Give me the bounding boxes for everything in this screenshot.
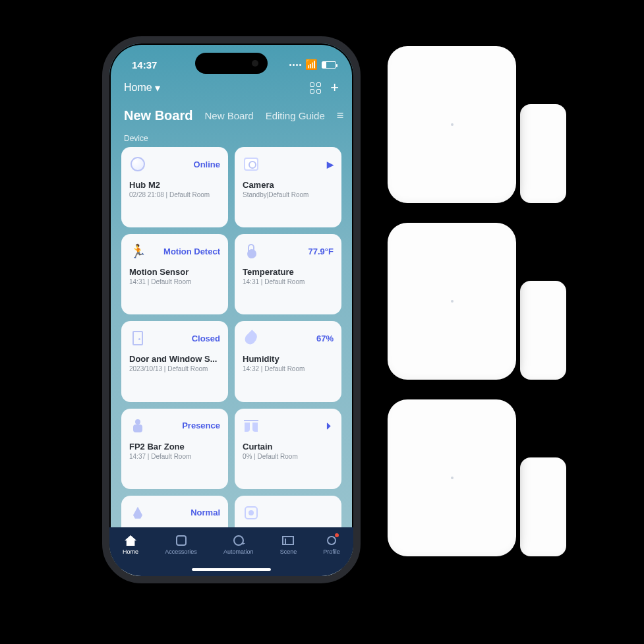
tab-editing-guide[interactable]: Editing Guide <box>266 110 325 121</box>
camera-icon <box>243 156 260 173</box>
card-curtain[interactable]: ⏵ Curtain 0% | Default Room <box>235 409 341 489</box>
card-title: Door and Window S... <box>129 354 220 364</box>
curtain-icon <box>243 417 260 434</box>
home-label: Home <box>124 82 152 94</box>
play-icon[interactable]: ▶ <box>327 160 334 169</box>
button-device-icon <box>243 504 260 521</box>
card-temperature[interactable]: 77.9°F Temperature 14:31 | Default Room <box>235 234 341 314</box>
chevron-down-icon: ▾ <box>155 82 160 94</box>
nav-label: Home <box>123 548 138 555</box>
battery-icon <box>322 61 336 69</box>
sensor-magnet <box>520 457 566 556</box>
top-row: Home ▾ + <box>119 74 344 99</box>
card-subtitle: 14:31 | Default Room <box>129 278 220 285</box>
home-indicator <box>192 568 271 571</box>
humidity-icon <box>243 330 260 347</box>
signal-icon <box>289 64 301 66</box>
card-subtitle: 14:31 | Default Room <box>243 278 334 285</box>
sensor-magnet <box>520 281 566 380</box>
home-icon <box>125 535 136 546</box>
add-button[interactable]: + <box>330 80 339 95</box>
grid-view-icon[interactable] <box>310 82 321 94</box>
section-label: Device <box>119 127 344 147</box>
tab-new-board[interactable]: New Board <box>204 110 253 121</box>
sensor-magnet <box>520 104 566 203</box>
card-fp2[interactable]: Presence FP2 Bar Zone 14:37 | Default Ro… <box>121 409 228 489</box>
card-subtitle: 0% | Default Room <box>243 453 334 460</box>
nav-label: Accessories <box>165 548 197 555</box>
card-title: Curtain <box>243 442 334 452</box>
water-leak-icon <box>129 504 146 521</box>
door-sensor-2 <box>388 223 566 380</box>
door-icon <box>129 330 146 347</box>
bottom-nav: Home Accessories Automation Scene Profil… <box>109 527 353 576</box>
motion-icon: 🏃 <box>129 243 146 260</box>
app-screen: 14:37 📶 Home ▾ + New Board New Board Edi… <box>109 44 353 576</box>
card-humidity[interactable]: 67% Humidity 14:32 | Default Room <box>235 321 341 401</box>
card-door-window[interactable]: Closed Door and Window S... 2023/10/13 |… <box>121 321 228 401</box>
card-status: Motion Detect <box>163 247 220 256</box>
door-sensor-1 <box>388 46 566 203</box>
hub-icon <box>129 156 146 173</box>
card-title: Humidity <box>243 354 334 364</box>
phone-notch <box>195 53 268 74</box>
card-motion-sensor[interactable]: 🏃 Motion Detect Motion Sensor 14:31 | De… <box>121 234 228 314</box>
device-grid[interactable]: Online Hub M2 02/28 21:08 | Default Room… <box>119 147 344 576</box>
nav-profile[interactable]: Profile <box>323 534 340 555</box>
home-selector[interactable]: Home ▾ <box>124 82 160 94</box>
sensor-body <box>388 399 516 556</box>
automation-icon <box>233 535 244 546</box>
card-status: Presence <box>182 421 220 430</box>
door-sensor-3 <box>388 399 566 556</box>
thermometer-icon <box>243 243 260 260</box>
card-camera[interactable]: ▶ Camera Standby|Default Room <box>235 147 341 227</box>
nav-label: Automation <box>223 548 254 555</box>
presence-icon <box>129 417 146 434</box>
card-status: Online <box>194 160 220 169</box>
card-title: Camera <box>243 180 334 190</box>
card-title: Motion Sensor <box>129 267 220 277</box>
nav-label: Profile <box>323 548 340 555</box>
nav-accessories[interactable]: Accessories <box>165 534 197 555</box>
accessories-icon <box>176 535 187 546</box>
nav-scene[interactable]: Scene <box>280 534 297 555</box>
card-status: 77.9°F <box>308 247 334 256</box>
card-subtitle: 14:32 | Default Room <box>243 365 334 372</box>
card-subtitle: 14:37 | Default Room <box>129 453 220 460</box>
profile-icon <box>327 536 336 545</box>
card-status: Closed <box>192 334 220 343</box>
phone-mockup: 14:37 📶 Home ▾ + New Board New Board Edi… <box>102 36 361 583</box>
card-title: Temperature <box>243 267 334 277</box>
boards-tabs: New Board New Board Editing Guide ≡ <box>119 99 344 127</box>
card-title: FP2 Bar Zone <box>129 442 220 452</box>
card-subtitle: 02/28 21:08 | Default Room <box>129 191 220 198</box>
product-sensors <box>388 46 566 556</box>
wifi-icon: 📶 <box>305 59 318 71</box>
card-status: 67% <box>316 334 334 343</box>
card-status: Normal <box>190 508 220 517</box>
scene-icon <box>282 536 294 545</box>
nav-label: Scene <box>280 548 297 555</box>
sensor-body <box>388 46 516 203</box>
card-hub-m2[interactable]: Online Hub M2 02/28 21:08 | Default Room <box>121 147 228 227</box>
curtain-control-icon[interactable]: ⏵ <box>325 421 334 430</box>
card-subtitle: Standby|Default Room <box>243 191 334 198</box>
card-subtitle: 2023/10/13 | Default Room <box>129 365 220 372</box>
tab-new-board-active[interactable]: New Board <box>124 108 192 123</box>
nav-automation[interactable]: Automation <box>223 534 254 555</box>
nav-home[interactable]: Home <box>123 534 138 555</box>
boards-menu-icon[interactable]: ≡ <box>337 109 344 123</box>
card-title: Hub M2 <box>129 180 220 190</box>
status-indicators: 📶 <box>289 59 336 71</box>
sensor-body <box>388 223 516 380</box>
status-time: 14:37 <box>132 59 157 71</box>
